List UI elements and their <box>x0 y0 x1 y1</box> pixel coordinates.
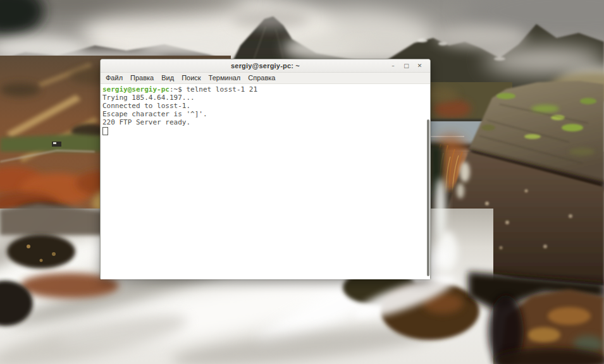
menu-item-search[interactable]: Поиск <box>178 73 204 83</box>
maximize-icon[interactable]: □ <box>400 59 413 72</box>
window-controls: – □ ✕ <box>386 59 426 72</box>
command-text: telnet losst-1 21 <box>186 85 257 94</box>
scrollbar-thumb[interactable] <box>427 119 429 276</box>
prompt-suffix: :~$ <box>169 85 187 94</box>
menubar: Файл Правка Вид Поиск Терминал Справка <box>101 73 430 84</box>
menu-item-view[interactable]: Вид <box>157 73 178 83</box>
terminal-output-line: Connected to losst-1. <box>102 102 430 110</box>
terminal-window: sergiy@sergiy-pc: ~ – □ ✕ Файл Правка Ви… <box>100 59 431 279</box>
close-icon[interactable]: ✕ <box>413 59 426 72</box>
menu-item-help[interactable]: Справка <box>244 73 279 83</box>
menu-item-terminal[interactable]: Терминал <box>205 73 245 83</box>
terminal-output-line: Trying 185.4.64.197... <box>102 94 430 102</box>
menu-item-file[interactable]: Файл <box>102 73 126 83</box>
terminal-output-line: Escape character is '^]'. <box>102 110 430 118</box>
terminal-cursor <box>102 127 108 135</box>
titlebar[interactable]: sergiy@sergiy-pc: ~ – □ ✕ <box>101 59 430 73</box>
terminal-screen[interactable]: sergiy@sergiy-pc:~$ telnet losst-1 21 Tr… <box>101 84 430 279</box>
minimize-icon[interactable]: – <box>386 59 400 72</box>
terminal-output-line: 220 FTP Server ready. <box>102 118 430 126</box>
terminal-prompt-line: sergiy@sergiy-pc:~$ telnet losst-1 21 <box>102 85 430 94</box>
menu-item-edit[interactable]: Правка <box>126 73 157 83</box>
prompt-user: sergiy@sergiy-pc <box>102 85 169 94</box>
window-title: sergiy@sergiy-pc: ~ <box>101 59 430 72</box>
